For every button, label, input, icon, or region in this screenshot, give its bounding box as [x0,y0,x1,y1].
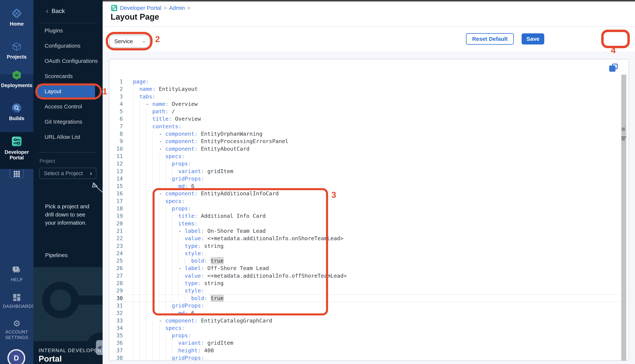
code-line[interactable]: 28type: string [109,280,629,287]
code-line[interactable]: 12props: [109,160,629,167]
code-line[interactable]: 4- name: Overview [109,100,629,108]
code-line[interactable]: 20items: [109,220,629,227]
code-line[interactable]: 37height: 400 [109,347,629,354]
app-screen: Home Projects ∞ Deployments [0,0,635,364]
scope-select[interactable]: Service ⌄ [109,35,150,48]
yaml-editor-panel: 1page:2name: EntityLayout3tabs:4- name: … [109,59,629,361]
editor-scrollbar[interactable] [621,75,626,360]
code-line[interactable]: 21- label: On-Shore Team Lead [109,227,629,235]
nav-item-git-integrations[interactable]: Git Integrations [33,114,103,129]
nav-item-plugins[interactable]: Plugins [33,23,103,38]
project-select-button[interactable]: Select a Project › [39,168,96,179]
code-line[interactable]: 3tabs: [109,93,629,100]
line-number: 3 [109,93,123,100]
code-line[interactable]: 32md: 6 [109,309,629,317]
toolbar: Service ⌄ Reset Default Save [103,27,635,52]
nav-item-pipelines[interactable]: Pipelines [45,252,68,258]
nav-item-oauth-configurations[interactable]: OAuth Configurations [33,54,103,68]
reset-default-button[interactable]: Reset Default [466,33,514,45]
nav-item-configurations[interactable]: Configurations [33,38,103,54]
nav-item-access-control[interactable]: Access Control [33,99,103,114]
code-line[interactable]: 5path: / [109,108,629,115]
portal-brand: INTERNAL DEVELOPER Portal [39,348,102,364]
scrollbar-decoration [622,128,625,131]
line-number: 14 [109,175,123,182]
code-line[interactable]: 10- component: EntityAboutCard [109,145,629,152]
cube-icon [12,42,22,52]
sidebar-item-builds[interactable]: Builds [0,103,33,121]
nav-item-scorecards[interactable]: Scorecards [33,68,103,84]
code-line[interactable]: 31gridProps: [109,302,629,309]
code-line[interactable]: 23type: string [109,242,629,250]
code-line[interactable]: 17specs: [109,198,629,205]
line-number: 37 [109,347,123,354]
code-line[interactable]: 6title: Overview [109,115,629,122]
code-line[interactable]: 13variant: gridItem [109,168,629,175]
sidebar-item-deployments[interactable]: ∞ Deployments [0,70,33,88]
code-line[interactable]: 25bold: true [109,257,629,264]
module-switcher-button[interactable] [10,169,24,178]
code-line[interactable]: 16- component: EntityAdditionalInfoCard [109,190,629,197]
line-number: 28 [109,280,123,287]
developer-portal-mini-icon [111,4,118,12]
line-number: 21 [109,227,123,235]
help-button[interactable]: ? HELP [0,266,33,282]
code-line[interactable]: 11specs: [109,152,629,160]
line-number: 24 [109,250,123,257]
back-label: Back [52,8,65,14]
nav-item-layout[interactable]: Layout [37,84,95,98]
content-area: 1page:2name: EntityLayout3tabs:4- name: … [103,52,635,364]
line-number: 35 [109,332,123,339]
line-number: 23 [109,242,123,250]
code-lines[interactable]: 1page:2name: EntityLayout3tabs:4- name: … [109,78,629,361]
code-line[interactable]: 24style: [109,250,629,257]
code-line[interactable]: 7contents: [109,123,629,130]
code-line[interactable]: 27value: <+metadata.additionalInfo.offSh… [109,272,629,280]
code-line[interactable]: 14gridProps: [109,175,629,182]
line-number: 1 [109,78,123,85]
nav-item-url-allow-list[interactable]: URL Allow List [33,129,103,144]
code-line[interactable]: 1page: [109,78,629,85]
sidebar-item-developer-portal[interactable]: Developer Portal [0,136,33,160]
copy-button[interactable] [609,64,618,72]
line-number: 32 [109,309,123,317]
line-number: 9 [109,138,123,145]
line-number: 26 [109,264,123,272]
save-button[interactable]: Save [522,33,544,44]
line-number: 36 [109,339,123,346]
dashboards-button[interactable]: DASHBOARDS [0,294,33,309]
code-line[interactable]: 26- label: Off-Shore Team Lead [109,264,629,272]
code-line[interactable]: 33- component: EntityCatalogGraphCard [109,317,629,324]
breadcrumb-link-developer-portal[interactable]: Developer Portal [120,5,161,11]
home-logo-icon [12,8,22,19]
code-line[interactable]: 18props: [109,205,629,212]
brand-line-bottom: Portal [39,354,102,364]
code-line[interactable]: 38gridProps: [109,354,629,361]
line-number: 8 [109,130,123,138]
code-line[interactable]: 2name: EntityLayout [109,85,629,93]
code-line[interactable]: 22value: <+metadata.additionalInfo.onSho… [109,235,629,242]
code-line[interactable]: 29style: [109,287,629,294]
sidebar-item-home[interactable]: Home [0,8,33,27]
svg-text:?: ? [15,267,17,271]
breadcrumb-link-admin[interactable]: Admin [169,5,185,11]
waffle-grid-icon [14,171,20,177]
breadcrumb-separator: > [161,5,169,11]
line-number: 17 [109,198,123,205]
code-line[interactable]: 34specs: [109,324,629,332]
line-number: 38 [109,354,123,361]
code-line[interactable]: 30bold: true [109,294,629,302]
sidebar-item-label: Projects [0,54,33,60]
back-button[interactable]: ‹Back [46,7,65,15]
account-settings-button[interactable]: ⚙ ACCOUNT SETTINGS [0,319,33,340]
dashboards-label: DASHBOARDS [3,304,31,309]
code-line[interactable]: 9- component: EntityProcessingErrorsPane… [109,138,629,145]
code-line[interactable]: 36variant: gridItem [109,339,629,346]
code-line[interactable]: 19title: Additional Info Card [109,212,629,220]
main-content: Developer Portal>Admin> Layout Page Serv… [103,0,635,364]
sidebar-item-projects[interactable]: Projects [0,42,33,60]
code-line[interactable]: 15md: 6 [109,182,629,190]
code-line[interactable]: 35props: [109,332,629,339]
code-line[interactable]: 8- component: EntityOrphanWarning [109,130,629,138]
line-number: 19 [109,212,123,220]
